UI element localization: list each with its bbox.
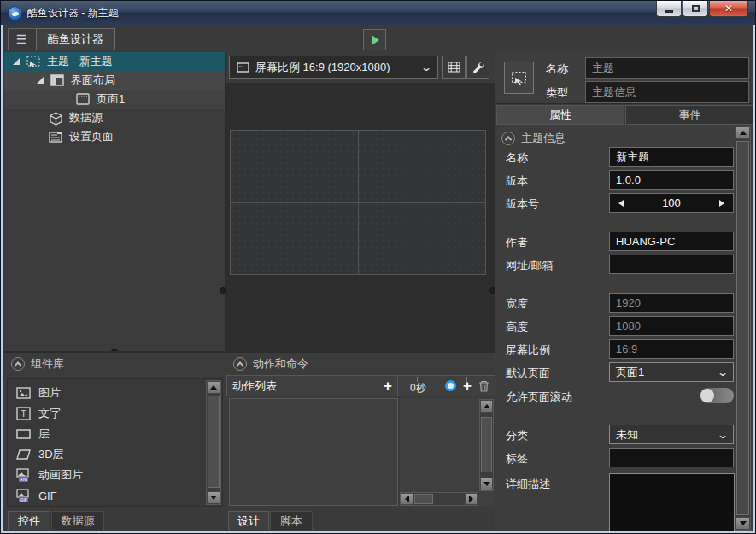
- svg-text:GIF: GIF: [20, 497, 28, 502]
- component-item-3d-layer[interactable]: 3D层: [8, 444, 222, 465]
- tab-design[interactable]: 设计: [228, 511, 269, 530]
- project-tree: 主题 - 新主题 界面布局 页面1 数据源: [4, 52, 226, 351]
- screen-ratio-dropdown[interactable]: 屏幕比例 16:9 (1920x1080) ⌄: [229, 56, 438, 79]
- app-menu-box: ☰ 酷鱼设计器: [8, 28, 115, 50]
- stepper-decrease-button[interactable]: [610, 200, 632, 207]
- tab-datasource[interactable]: 数据源: [51, 511, 104, 530]
- add-action-button[interactable]: +: [384, 378, 392, 393]
- action-list[interactable]: [229, 398, 398, 506]
- chevron-down-icon: ⌄: [420, 62, 432, 73]
- scroll-down-button[interactable]: [207, 491, 220, 504]
- collapse-section-button[interactable]: [501, 132, 515, 145]
- svg-text:ANI: ANI: [20, 477, 28, 482]
- settings-tools-button[interactable]: [466, 56, 489, 79]
- component-item-gif[interactable]: GIF GIF: [8, 485, 222, 506]
- version-input[interactable]: [609, 170, 734, 190]
- field-label: 详细描述: [506, 477, 550, 492]
- stepper-increase-button[interactable]: [711, 200, 733, 207]
- scrollbar-thumb[interactable]: [414, 494, 433, 504]
- tree-item-datasource[interactable]: 数据源: [4, 109, 225, 127]
- object-name-input[interactable]: [585, 57, 749, 79]
- version-code-stepper[interactable]: 100: [609, 193, 734, 213]
- author-input[interactable]: [609, 232, 734, 251]
- tree-item-settings-page[interactable]: 设置页面: [4, 127, 225, 146]
- scroll-right-button[interactable]: [465, 493, 478, 505]
- tab-properties[interactable]: 属性: [496, 105, 624, 125]
- scroll-down-button[interactable]: [735, 517, 750, 530]
- default-page-select[interactable]: 页面1 ⌄: [609, 362, 734, 382]
- titlebar[interactable]: 酷鱼设计器 - 新主题 ✕: [1, 1, 755, 25]
- properties-scrollbar[interactable]: [735, 126, 751, 531]
- datasource-cube-icon: [49, 112, 63, 125]
- field-label: 默认页面: [506, 366, 550, 381]
- url-email-input[interactable]: [609, 255, 734, 274]
- add-keyframe-button[interactable]: +: [463, 378, 472, 393]
- stepper-value: 100: [632, 197, 711, 209]
- tab-label: 属性: [549, 108, 571, 123]
- component-item-image[interactable]: 图片: [8, 383, 222, 403]
- tags-input[interactable]: [609, 448, 734, 467]
- hamburger-icon[interactable]: ☰: [9, 29, 34, 50]
- timeline-hscrollbar[interactable]: [400, 492, 478, 506]
- collapse-panel-button[interactable]: [11, 357, 25, 371]
- description-textarea[interactable]: [609, 473, 735, 531]
- timeline-tick: [466, 377, 467, 382]
- scrollbar-thumb[interactable]: [481, 417, 492, 472]
- scroll-up-button[interactable]: [480, 400, 493, 413]
- design-canvas-area[interactable]: [226, 83, 495, 353]
- tab-controls[interactable]: 控件: [8, 511, 50, 530]
- library-scrollbar[interactable]: [206, 380, 221, 505]
- component-library-panel: 组件库 图片 T 文字: [4, 353, 226, 510]
- component-label: 动画图片: [38, 467, 83, 483]
- scrollbar-thumb[interactable]: [736, 141, 749, 515]
- expander-icon[interactable]: [13, 58, 20, 65]
- component-item-animated-image[interactable]: ANI 动画图片: [8, 465, 222, 485]
- window-frame-bottom: [1, 531, 755, 533]
- scroll-left-button[interactable]: [401, 493, 413, 505]
- play-icon: [372, 35, 379, 45]
- grid-toggle-button[interactable]: [442, 56, 466, 79]
- collapse-panel-button[interactable]: [233, 357, 247, 371]
- component-item-layer[interactable]: 层: [8, 424, 222, 444]
- tab-events[interactable]: 事件: [625, 105, 754, 125]
- scroll-up-button[interactable]: [207, 381, 220, 394]
- minimize-button[interactable]: [656, 1, 682, 17]
- scroll-up-button[interactable]: [735, 126, 750, 139]
- tree-item-page1[interactable]: 页面1: [4, 90, 225, 109]
- component-list: 图片 T 文字 层 3D: [7, 378, 223, 507]
- timeline-vscrollbar[interactable]: [479, 399, 494, 491]
- tree-item-theme[interactable]: 主题 - 新主题: [4, 52, 225, 71]
- chevron-up-icon: [15, 361, 21, 368]
- component-item-text[interactable]: T 文字: [8, 403, 222, 424]
- app-menu-button[interactable]: 酷鱼设计器: [36, 28, 115, 50]
- tree-item-layout[interactable]: 界面布局: [4, 71, 225, 90]
- theme-name-input[interactable]: [609, 147, 734, 167]
- run-preview-button[interactable]: [363, 29, 386, 50]
- record-keyframe-icon[interactable]: [445, 380, 456, 391]
- page-scroll-toggle[interactable]: [700, 388, 734, 403]
- close-button[interactable]: ✕: [709, 1, 748, 17]
- page-canvas[interactable]: [230, 130, 486, 275]
- tab-script[interactable]: 脚本: [270, 511, 313, 530]
- maximize-button[interactable]: [683, 1, 708, 17]
- timeline-zero-label: 0秒: [410, 381, 426, 396]
- component-label: 层: [38, 426, 50, 442]
- scrollbar-thumb[interactable]: [208, 396, 220, 488]
- field-label: 版本号: [506, 197, 539, 212]
- trash-icon[interactable]: [478, 380, 489, 392]
- component-label: 文字: [38, 406, 61, 421]
- field-label: 允许页面滚动: [506, 390, 572, 405]
- scroll-down-button[interactable]: [480, 478, 493, 490]
- timeline-track-area[interactable]: [400, 398, 494, 506]
- width-input: [609, 293, 734, 313]
- app-logo-icon: [8, 6, 22, 21]
- field-label: 网址/邮箱: [506, 258, 554, 273]
- ratio-input: [609, 339, 734, 359]
- image-icon: [16, 386, 31, 400]
- inspector-header: 名称 类型: [495, 52, 754, 104]
- object-type-input[interactable]: [585, 81, 749, 103]
- select-value: 页面1: [616, 365, 644, 380]
- expander-icon[interactable]: [37, 77, 44, 84]
- category-select[interactable]: 未知 ⌄: [609, 425, 734, 444]
- theme-icon: [511, 71, 527, 85]
